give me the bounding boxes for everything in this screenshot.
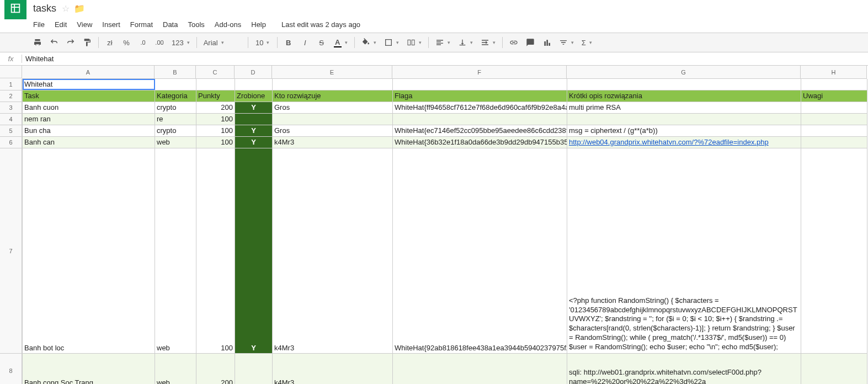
dec-decrease-button[interactable]: .0 [135, 35, 151, 50]
cell-B6[interactable]: web [155, 137, 196, 148]
cell-G3[interactable]: multi prime RSA [567, 102, 801, 113]
text-color-button[interactable]: A [331, 35, 351, 50]
cell-A4[interactable]: nem ran [23, 114, 155, 125]
menu-help[interactable]: Help [247, 18, 270, 31]
col-header-G[interactable]: G [567, 66, 801, 78]
cell-E2[interactable]: Kto rozwiązuje [273, 90, 393, 102]
merge-button[interactable] [403, 35, 425, 50]
cell-H1[interactable] [801, 79, 867, 90]
cell-A8[interactable]: Banh cong Soc Trang [23, 354, 155, 384]
cell-B2[interactable]: Kategoria [155, 90, 196, 102]
halign-button[interactable] [432, 35, 454, 50]
row-header-1[interactable]: 1 [0, 79, 22, 90]
cell-H8[interactable] [801, 354, 867, 384]
functions-button[interactable]: Σ [578, 35, 595, 50]
link-button[interactable] [506, 35, 521, 50]
cell-C4[interactable]: 100 [196, 114, 235, 125]
cell-G5[interactable]: msg = ciphertext / (g**(a*b)) [567, 125, 801, 136]
menu-data[interactable]: Data [158, 18, 182, 31]
col-header-A[interactable]: A [22, 66, 155, 78]
valign-button[interactable] [455, 35, 476, 50]
row-header-4[interactable]: 4 [0, 114, 22, 125]
cell-G1[interactable] [567, 79, 801, 90]
percent-button[interactable]: % [119, 35, 134, 50]
cell-B4[interactable]: re [155, 114, 196, 125]
wrap-button[interactable] [477, 35, 499, 50]
cell-D7[interactable]: Y [235, 148, 273, 353]
cell-F5[interactable]: WhiteHat{ec7146ef52cc095bbe95aeedee86c6c… [393, 125, 567, 136]
col-header-D[interactable]: D [235, 66, 272, 78]
menu-addons[interactable]: Add-ons [210, 18, 246, 31]
cell-F7[interactable]: WhiteHat{92ab818618fee438a1ea3944b594023… [393, 148, 567, 353]
print-icon[interactable] [30, 35, 45, 50]
menu-edit[interactable]: Edit [50, 18, 71, 31]
cell-C8[interactable]: 200 [196, 354, 235, 384]
col-header-C[interactable]: C [196, 66, 235, 78]
cell-D4[interactable] [235, 114, 273, 125]
cell-E1[interactable] [273, 79, 393, 90]
menu-insert[interactable]: Insert [98, 18, 125, 31]
cell-H7[interactable] [801, 148, 867, 353]
cell-G7[interactable]: <?php function RandomString() { $charact… [567, 148, 801, 353]
paint-format-icon[interactable] [79, 35, 95, 50]
font-size-select[interactable]: 10 [252, 35, 274, 50]
col-header-F[interactable]: F [392, 66, 567, 78]
cell-A5[interactable]: Bun cha [23, 125, 155, 136]
cell-C1[interactable] [196, 79, 235, 90]
strike-button[interactable]: S [314, 35, 329, 50]
cell-H4[interactable] [801, 114, 867, 125]
bold-button[interactable]: B [281, 35, 296, 50]
row-header-7[interactable]: 7 [0, 148, 22, 354]
cell-A3[interactable]: Banh cuon [23, 102, 155, 113]
fill-color-button[interactable] [358, 35, 380, 50]
cell-E3[interactable]: Gros [273, 102, 393, 113]
cell-B7[interactable]: web [155, 148, 196, 353]
cell-B3[interactable]: crypto [155, 102, 196, 113]
font-select[interactable]: Arial [200, 35, 244, 50]
col-header-B[interactable]: B [155, 66, 196, 78]
sheets-logo[interactable] [4, 0, 26, 19]
cell-H5[interactable] [801, 125, 867, 136]
menu-view[interactable]: View [72, 18, 97, 31]
borders-button[interactable] [381, 35, 402, 50]
doc-name[interactable]: tasks [33, 3, 56, 14]
cell-G2[interactable]: Krótki opis rozwiązania [567, 90, 801, 102]
star-icon[interactable]: ☆ [62, 3, 70, 14]
cell-G6[interactable]: http://web04.grandprix.whitehatvn.com/?%… [567, 137, 801, 148]
comment-button[interactable] [523, 35, 538, 50]
cell-A1[interactable]: Whitehat [23, 79, 155, 90]
cell-D2[interactable]: Zrobione [235, 90, 273, 102]
undo-icon[interactable] [46, 35, 62, 50]
row-header-2[interactable]: 2 [0, 90, 22, 102]
cell-H6[interactable] [801, 137, 867, 148]
cell-D6[interactable]: Y [235, 137, 273, 148]
cell-B8[interactable]: web [155, 354, 196, 384]
italic-button[interactable]: I [297, 35, 313, 50]
menu-file[interactable]: File [29, 18, 49, 31]
formula-input[interactable]: Whitehat [22, 55, 54, 63]
row-header-5[interactable]: 5 [0, 125, 22, 137]
select-all-corner[interactable] [0, 66, 22, 78]
cell-A7[interactable]: Banh bot loc [23, 148, 155, 353]
cell-A6[interactable]: Banh can [23, 137, 155, 148]
dec-increase-button[interactable]: .00 [152, 35, 167, 50]
cell-E5[interactable]: Gros [273, 125, 393, 136]
cell-C5[interactable]: 100 [196, 125, 235, 136]
row-header-3[interactable]: 3 [0, 102, 22, 114]
cell-C3[interactable]: 200 [196, 102, 235, 113]
cell-D1[interactable] [235, 79, 273, 90]
folder-icon[interactable]: 📁 [74, 3, 85, 14]
cell-D3[interactable]: Y [235, 102, 273, 113]
cell-C6[interactable]: 100 [196, 137, 235, 148]
cell-F4[interactable] [393, 114, 567, 125]
number-format-button[interactable]: 123 [168, 35, 193, 50]
cell-D8[interactable] [235, 354, 273, 384]
cell-D5[interactable]: Y [235, 125, 273, 136]
cell-E6[interactable]: k4Mr3 [273, 137, 393, 148]
cell-C2[interactable]: Punkty [196, 90, 235, 102]
redo-icon[interactable] [63, 35, 78, 50]
cell-F2[interactable]: Flaga [393, 90, 567, 102]
row-header-6[interactable]: 6 [0, 137, 22, 148]
menu-tools[interactable]: Tools [183, 18, 209, 31]
cell-G8[interactable]: sqli: http://web01.grandprix.whitehatvn.… [567, 354, 801, 384]
